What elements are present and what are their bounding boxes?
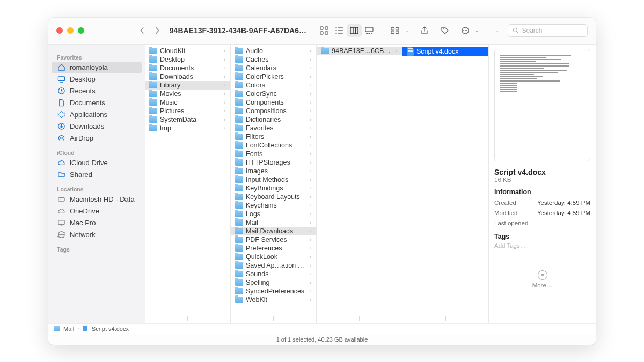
forward-button[interactable] (152, 27, 162, 34)
chevron-right-icon: › (310, 246, 313, 251)
column-resize-handle[interactable]: || (317, 316, 402, 321)
folder-row[interactable]: Library› (145, 81, 230, 90)
folder-row[interactable]: Mail› (231, 218, 316, 227)
chevron-right-icon: › (224, 91, 227, 97)
preview-thumbnail[interactable] (494, 49, 590, 161)
sidebar-item-downloads[interactable]: Downloads (52, 121, 142, 132)
folder-icon (235, 254, 243, 260)
chevron-right-icon: › (310, 211, 313, 217)
folder-row[interactable]: tmp› (145, 124, 230, 132)
folder-row[interactable]: Spelling› (231, 278, 316, 287)
folder-row[interactable]: ColorPickers› (231, 72, 316, 81)
column-resize-handle[interactable]: || (231, 316, 316, 321)
folder-row[interactable]: 94BAE13F…6CB75D2› (317, 47, 402, 55)
path-bar[interactable]: Mail›Script v4.docx (48, 323, 596, 334)
folder-row[interactable]: PDF Services› (231, 235, 316, 244)
item-label: Spelling (246, 279, 307, 286)
icon-view-button[interactable] (317, 24, 332, 37)
item-label: Keyboard Layouts (246, 193, 307, 201)
chevron-right-icon: › (310, 280, 313, 285)
folder-row[interactable]: FontCollections› (231, 141, 316, 150)
close-window-button[interactable] (56, 27, 63, 34)
back-button[interactable] (137, 27, 147, 34)
action-button[interactable] (458, 24, 473, 37)
folder-row[interactable]: Movies› (145, 90, 230, 98)
gallery-view-button[interactable] (362, 24, 377, 37)
folder-row[interactable]: HTTPStorages› (231, 158, 316, 167)
svg-rect-13 (365, 27, 373, 32)
minimize-window-button[interactable] (67, 27, 74, 34)
folder-row[interactable]: Desktop› (145, 55, 230, 64)
column-view-button[interactable] (347, 24, 362, 37)
chevron-right-icon: › (310, 108, 313, 114)
folder-row[interactable]: Sounds› (231, 270, 316, 278)
chevron-down-icon[interactable]: ⌄ (495, 28, 499, 33)
sidebar-item-applications[interactable]: Applications (52, 109, 142, 121)
folder-row[interactable]: Mail Downloads› (231, 227, 316, 235)
sidebar-item-label: Documents (70, 99, 105, 107)
share-button[interactable] (418, 24, 433, 37)
tags-button[interactable] (437, 24, 452, 37)
folder-row[interactable]: Logs› (231, 210, 316, 218)
item-label: ColorSync (246, 90, 307, 98)
folder-row[interactable]: Keychains› (231, 201, 316, 210)
folder-row[interactable]: Keyboard Layouts› (231, 193, 316, 201)
folder-row[interactable]: Music› (145, 98, 230, 107)
folder-row[interactable]: Filters› (231, 132, 316, 141)
path-segment[interactable]: Mail (63, 326, 74, 332)
sidebar-item-network[interactable]: Network (52, 229, 142, 241)
folder-row[interactable]: Dictionaries› (231, 115, 316, 124)
folder-icon (235, 297, 243, 303)
search-field[interactable]: Search (508, 24, 588, 37)
column-resize-handle[interactable]: || (402, 316, 488, 321)
sidebar-item-mac-pro[interactable]: Mac Pro (52, 217, 142, 229)
list-view-button[interactable] (332, 24, 347, 37)
sidebar-item-onedrive[interactable]: OneDrive (52, 205, 142, 217)
folder-row[interactable]: Caches› (231, 55, 316, 64)
folder-row[interactable]: Downloads› (145, 72, 230, 81)
column-browser: CloudKit›Desktop›Documents›Downloads›Lib… (145, 45, 596, 323)
group-button[interactable] (387, 24, 402, 37)
sidebar-item-desktop[interactable]: Desktop (52, 73, 142, 85)
sidebar-item-shared[interactable]: Shared (52, 169, 142, 181)
svg-rect-15 (368, 33, 370, 34)
file-icon (82, 326, 89, 332)
folder-row[interactable]: Compositions› (231, 107, 316, 115)
svg-rect-20 (396, 31, 399, 34)
path-segment[interactable]: Script v4.docx (92, 326, 129, 332)
sidebar-item-recents[interactable]: Recents (52, 85, 142, 97)
sidebar-item-macintosh-hd---data[interactable]: Macintosh HD - Data (52, 194, 142, 205)
preview-info-row: Last opened-- (494, 218, 590, 228)
folder-row[interactable]: Colors› (231, 81, 316, 90)
item-label: tmp (160, 124, 221, 132)
folder-row[interactable]: Favorites› (231, 124, 316, 132)
sidebar-item-romanloyola[interactable]: romanloyola (52, 62, 142, 73)
sidebar-item-documents[interactable]: Documents (52, 97, 142, 109)
item-label: HTTPStorages (246, 159, 307, 166)
folder-row[interactable]: SystemData› (145, 115, 230, 124)
folder-row[interactable]: Calendars› (231, 64, 316, 72)
folder-row[interactable]: Preferences› (231, 244, 316, 253)
folder-row[interactable]: Saved Ap…ation State› (231, 261, 316, 270)
folder-row[interactable]: Input Methods› (231, 175, 316, 184)
folder-row[interactable]: WebKit› (231, 295, 316, 304)
folder-row[interactable]: SyncedPreferences› (231, 287, 316, 295)
folder-row[interactable]: QuickLook› (231, 253, 316, 261)
folder-row[interactable]: ColorSync› (231, 90, 316, 98)
folder-row[interactable]: Fonts› (231, 150, 316, 158)
more-actions-button[interactable]: •••More… (494, 270, 590, 289)
sidebar-item-icloud-drive[interactable]: iCloud Drive (52, 157, 142, 169)
folder-row[interactable]: CloudKit› (145, 47, 230, 55)
column-resize-handle[interactable]: || (145, 316, 230, 321)
sidebar-item-airdrop[interactable]: AirDrop (52, 132, 142, 144)
maximize-window-button[interactable] (78, 27, 84, 34)
add-tags-field[interactable]: Add Tags… (494, 242, 590, 249)
folder-row[interactable]: Components› (231, 98, 316, 107)
file-row[interactable]: Script v4.docx (402, 47, 488, 56)
folder-row[interactable]: Images› (231, 167, 316, 175)
folder-row[interactable]: Audio› (231, 47, 316, 55)
folder-row[interactable]: Pictures› (145, 107, 230, 115)
folder-row[interactable]: Documents› (145, 64, 230, 72)
folder-row[interactable]: KeyBindings› (231, 184, 316, 193)
svg-line-27 (517, 32, 518, 33)
